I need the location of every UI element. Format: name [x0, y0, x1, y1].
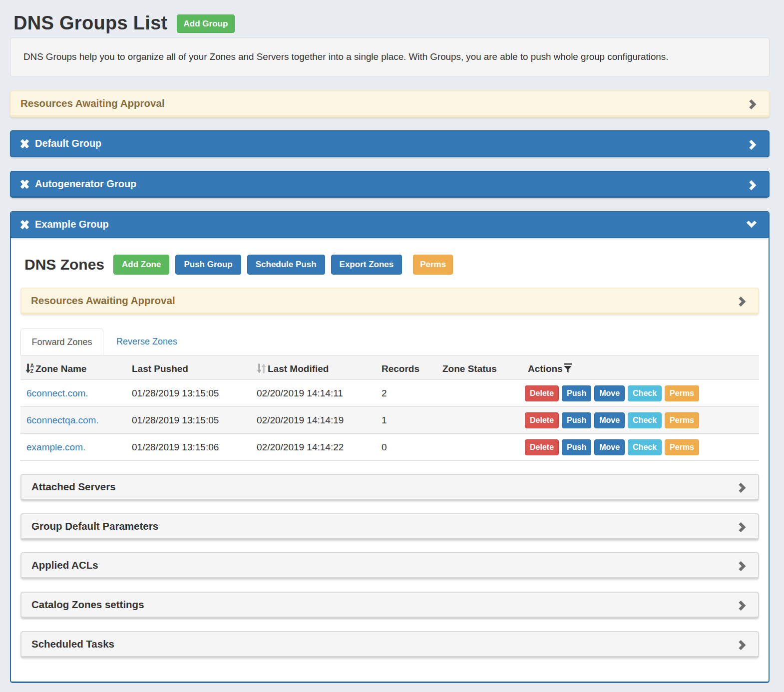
- svg-text:Z: Z: [30, 367, 34, 373]
